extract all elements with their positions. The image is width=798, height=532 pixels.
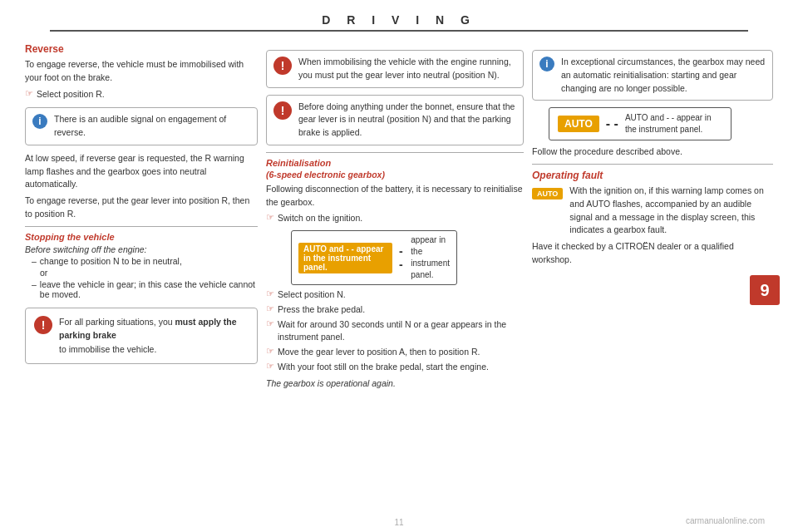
page-title: D R I V I N G: [50, 7, 748, 32]
stopping-item-2: – leave the vehicle in gear; in this cas…: [32, 279, 258, 299]
warn-box-2-text: Before doing anything under the bonnet, …: [298, 101, 516, 140]
op-fault-title: Operating fault: [532, 170, 773, 181]
left-column: Reverse To engage reverse, the vehicle m…: [25, 43, 258, 532]
follow-text: Follow the procedure described above.: [532, 145, 773, 159]
park-brake-box: ! For all parking situations, you must a…: [25, 308, 258, 364]
divider2: [266, 152, 524, 153]
step3-text: Wait for around 30 seconds until N or a …: [278, 318, 524, 345]
park-text-2: to immobilise the vehicle.: [59, 344, 156, 354]
step1-arrow: ☞: [266, 288, 274, 299]
step5-text: With your foot still on the brake pedal,…: [278, 361, 489, 374]
watermark: carmanualonline.com: [686, 516, 765, 525]
stopping-item-text-2: leave the vehicle in gear; in this case …: [40, 279, 258, 299]
gearbox-operational: The gearbox is operational again.: [266, 377, 524, 391]
step4-text: Move the gear lever to position A, then …: [278, 346, 480, 359]
page-number: 11: [394, 518, 403, 527]
engage-reverse-text: To engage reverse, put the gear lever in…: [25, 195, 258, 221]
mid-column: ! When immobilising the vehicle with the…: [266, 43, 524, 532]
warn-info-text: In exceptional circumstances, the gearbo…: [561, 56, 766, 95]
right-column: i In exceptional circumstances, the gear…: [532, 43, 773, 532]
step-4: ☞ Move the gear lever to position A, the…: [266, 346, 524, 359]
section-number: 9: [750, 275, 780, 305]
auto-badge-right: AUTO: [558, 116, 599, 132]
reinit-text: Following disconnection of the battery, …: [266, 183, 524, 209]
info-box-text: There is an audible signal on engagement…: [54, 113, 250, 140]
divider3: [532, 164, 773, 165]
step2-text: Press the brake pedal.: [278, 303, 365, 317]
auto-dashes: - -: [399, 244, 404, 271]
auto-instrument-text-right: AUTO and - - appear inthe instrument pan…: [625, 112, 712, 135]
park-box-text: For all parking situations, you must app…: [59, 315, 249, 357]
stopping-item-or: or: [32, 268, 258, 278]
fault-text-1: With the ignition on, if this warning la…: [569, 185, 773, 237]
reinit-arrow-text: Switch on the ignition.: [278, 212, 362, 225]
or-text: or: [40, 268, 47, 278]
dash-icon-2: –: [32, 279, 37, 289]
stopping-item-text: change to position N to be in neutral,: [40, 256, 182, 266]
warn-box-1: ! When immobilising the vehicle with the…: [266, 50, 524, 88]
stopping-item-1: – change to position N to be in neutral,: [32, 256, 258, 266]
step4-arrow: ☞: [266, 346, 274, 357]
park-text-1: For all parking situations, you: [59, 317, 173, 327]
divider1: [25, 226, 258, 227]
stopping-title: Stopping the vehicle: [25, 232, 258, 242]
dash-icon: –: [32, 256, 37, 266]
reinit-title: Reinitialisation: [266, 158, 524, 168]
step-1: ☞ Select position N.: [266, 288, 524, 302]
info-icon-right: i: [539, 57, 554, 71]
reverse-text1: To engage reverse, the vehicle must be i…: [25, 58, 258, 85]
warn-icon-1: !: [273, 57, 292, 75]
warn-icon-park: !: [34, 316, 52, 334]
auto-instrument-panel: AUTO and - - appear in the instrument pa…: [291, 230, 457, 285]
warn-box-2: ! Before doing anything under the bonnet…: [266, 95, 524, 145]
step3-arrow: ☞: [266, 318, 274, 329]
auto-dashes-right: - -: [606, 116, 618, 131]
step1-text: Select position N.: [278, 288, 346, 302]
fault-badge-container: AUTO: [532, 188, 563, 198]
step-5: ☞ With your foot still on the brake peda…: [266, 361, 524, 374]
warn-icon-2: !: [273, 101, 292, 120]
fault-badge: AUTO: [532, 188, 563, 200]
low-speed-text: At low speed, if reverse gear is request…: [25, 152, 258, 191]
reverse-title: Reverse: [25, 43, 258, 55]
reinit-sub: (6-speed electronic gearbox): [266, 170, 524, 180]
info-box-reverse: i There is an audible signal on engageme…: [25, 107, 258, 145]
step5-arrow: ☞: [266, 361, 274, 372]
auto-instrument-right: AUTO - - AUTO and - - appear inthe instr…: [549, 107, 732, 140]
step2-arrow: ☞: [266, 303, 274, 314]
auto-badge: AUTO and - - appear in the instrument pa…: [298, 243, 392, 273]
warn-info-box: i In exceptional circumstances, the gear…: [532, 50, 773, 101]
reverse-arrow: Select position R.: [37, 88, 105, 101]
step-2: ☞ Press the brake pedal.: [266, 303, 524, 317]
step-3: ☞ Wait for around 30 seconds until N or …: [266, 318, 524, 345]
warn-box-1-text: When immobilising the vehicle with the e…: [298, 56, 516, 82]
reinit-steps: ☞ Select position N. ☞ Press the brake p…: [266, 288, 524, 374]
reinit-arrow-icon: ☞: [266, 212, 274, 223]
arrow-icon: ☞: [25, 88, 33, 99]
auto-text: appear in theinstrument panel.: [411, 234, 450, 281]
info-icon: i: [32, 114, 47, 129]
fault-badge-row: AUTO With the ignition on, if this warni…: [532, 185, 773, 237]
stopping-sub: Before switching off the engine:: [25, 244, 258, 254]
fault-text-2: Have it checked by a CITROËN dealer or a…: [532, 240, 773, 267]
